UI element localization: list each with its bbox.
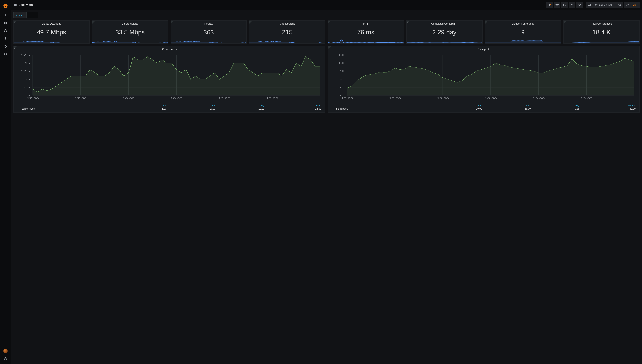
stat-panel[interactable]: iBitrate Upload33.5 Mbps [92, 20, 168, 44]
svg-text:5: 5 [27, 94, 30, 96]
cycle-view-button[interactable] [586, 2, 593, 8]
stat-value: 18.4 K [564, 27, 639, 38]
panel-title: Participants [328, 46, 639, 52]
settings-button[interactable] [576, 2, 583, 8]
stat-value: 215 [249, 27, 325, 38]
grafana-logo-icon[interactable] [3, 3, 8, 9]
chevron-down-icon: ▾ [637, 4, 638, 6]
info-icon: i [93, 22, 93, 24]
variable-value-dropdown[interactable] [27, 12, 38, 18]
dashboard-grid-icon [13, 3, 17, 7]
stat-value: 49.7 Mbps [14, 27, 89, 38]
dashboard-title-area[interactable]: Jitsi Meet ▾ [13, 3, 36, 7]
panel-title: Videostreams [249, 20, 325, 27]
dashboard-grid-icon[interactable] [4, 21, 7, 25]
svg-rect-19 [589, 6, 590, 6]
time-range-button[interactable]: Last 3 hours ▾ [593, 2, 616, 8]
left-sidebar [0, 0, 11, 364]
svg-text:17:00: 17:00 [341, 97, 353, 99]
panel-title: Completed Conferen… [406, 20, 482, 27]
svg-text:17:30: 17:30 [389, 97, 401, 99]
svg-text:10: 10 [25, 78, 30, 80]
svg-point-1 [5, 6, 6, 6]
info-icon: i [250, 22, 251, 24]
svg-text:60: 60 [339, 54, 344, 56]
help-icon[interactable] [4, 357, 7, 360]
variable-label: instance [13, 12, 27, 18]
info-icon: i [14, 47, 15, 49]
legend-table: minmaxavgcurrentparticipants19.0056.0040… [328, 102, 639, 112]
dashboard-title: Jitsi Meet [19, 3, 33, 7]
stat-panel[interactable]: iTotal Conferences18.4 K [563, 20, 640, 44]
gear-icon[interactable] [4, 45, 7, 48]
svg-rect-10 [15, 4, 17, 5]
refresh-interval-label: 1m [633, 4, 636, 6]
shield-icon[interactable] [4, 52, 7, 56]
svg-text:18:00: 18:00 [437, 97, 449, 99]
panel-title: Conferences [14, 46, 325, 52]
svg-point-21 [619, 4, 620, 6]
svg-rect-11 [14, 5, 15, 6]
timeseries-panel[interactable]: iConferences57.51012.51517.517:0017:3018… [13, 46, 325, 113]
stat-panel[interactable]: iVideostreams215 [249, 20, 325, 44]
panel-title: Bitrate Upload [92, 20, 168, 27]
compass-icon[interactable] [4, 29, 7, 32]
refresh-interval-button[interactable]: 1m ▾ [631, 2, 640, 8]
svg-text:19:00: 19:00 [533, 97, 545, 99]
stat-panel[interactable]: iThreads363 [171, 20, 247, 44]
svg-rect-9 [14, 4, 15, 5]
stat-value: 2.29 day [406, 27, 482, 38]
svg-text:17:30: 17:30 [75, 97, 87, 99]
svg-text:18:00: 18:00 [122, 97, 135, 99]
svg-rect-17 [571, 4, 572, 4]
svg-text:7.5: 7.5 [23, 86, 30, 88]
svg-text:17.5: 17.5 [21, 54, 30, 56]
stat-value: 363 [171, 27, 247, 38]
svg-rect-13 [548, 5, 548, 6]
svg-text:10: 10 [339, 94, 344, 96]
stat-value: 76 ms [328, 27, 404, 38]
bell-icon[interactable] [4, 37, 7, 40]
svg-text:18:30: 18:30 [170, 97, 183, 99]
stat-panel[interactable]: iRTT76 ms [328, 20, 404, 44]
stat-panel[interactable]: iCompleted Conferen…2.29 day [406, 20, 483, 44]
svg-rect-18 [588, 4, 591, 6]
stat-panel[interactable]: iBitrate Download49.7 Mbps [13, 20, 90, 44]
svg-rect-4 [4, 23, 5, 24]
timeseries-panel[interactable]: iParticipants10203040506017:0017:3018:00… [328, 46, 640, 113]
legend-swatch [18, 108, 20, 109]
chevron-down-icon: ▾ [35, 4, 36, 6]
svg-text:19:00: 19:00 [218, 97, 230, 99]
share-button[interactable] [561, 2, 568, 8]
svg-rect-2 [4, 22, 5, 23]
svg-rect-3 [6, 22, 7, 23]
zoom-out-button[interactable] [616, 2, 623, 8]
svg-point-8 [5, 359, 6, 360]
template-variables-row: instance [13, 12, 640, 18]
stat-value: 9 [485, 27, 561, 38]
info-icon: i [486, 22, 486, 24]
svg-text:17:00: 17:00 [27, 97, 39, 99]
svg-rect-15 [549, 4, 550, 6]
svg-text:50: 50 [339, 62, 344, 64]
info-icon: i [564, 22, 565, 24]
svg-text:19:30: 19:30 [580, 97, 593, 99]
topbar: Jitsi Meet ▾ Last 3 hours ▾ 1 [11, 0, 642, 10]
panel-title: RTT [328, 20, 404, 27]
chevron-down-icon: ▾ [613, 4, 614, 6]
add-panel-button[interactable] [546, 2, 553, 8]
star-button[interactable] [554, 2, 560, 8]
panel-title: Total Conferences [564, 20, 639, 27]
svg-rect-12 [15, 5, 17, 6]
svg-text:18:30: 18:30 [485, 97, 497, 99]
info-icon: i [14, 22, 15, 24]
save-button[interactable] [569, 2, 575, 8]
svg-text:30: 30 [339, 78, 344, 80]
stat-panel[interactable]: iBiggest Conference9 [485, 20, 561, 44]
plus-icon[interactable] [4, 13, 7, 17]
legend-swatch [332, 108, 335, 109]
svg-rect-14 [549, 4, 549, 6]
avatar[interactable] [3, 349, 8, 354]
refresh-button[interactable] [624, 2, 630, 8]
panel-title: Biggest Conference [485, 20, 561, 27]
